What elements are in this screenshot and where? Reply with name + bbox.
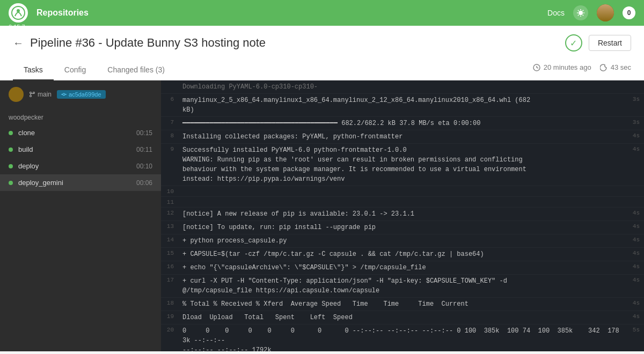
- sidebar-item-deploy-gemini[interactable]: deploy_gemini 00:06: [0, 174, 161, 191]
- app-logo[interactable]: [9, 3, 28, 23]
- log-line: 14 + python process_capsule.py 4s: [161, 234, 644, 248]
- title-row: ← Pipeline #36 - Update Bunny S3 hosting…: [13, 34, 631, 51]
- svg-point-16: [30, 95, 32, 97]
- sidebar-user-avatar: [9, 87, 24, 102]
- sidebar-item-clone[interactable]: clone 00:15: [0, 124, 161, 141]
- sun-icon: [576, 9, 585, 17]
- log-line: 18 % Total % Received % Xferd Average Sp…: [161, 298, 644, 311]
- docs-link[interactable]: Docs: [547, 9, 565, 17]
- log-line: 8 Installing collected packages: PyYAML,…: [161, 130, 644, 144]
- status-dot-build: [9, 148, 13, 152]
- brand-label: Repositories: [36, 8, 89, 18]
- commit-icon: [61, 92, 67, 97]
- notification-badge[interactable]: 0: [623, 6, 635, 19]
- log-line: 19 Dload Upload Total Spent Left Speed 4…: [161, 311, 644, 324]
- log-line: 13 [notice] To update, run: pip install …: [161, 221, 644, 234]
- tab-bar: Tasks Config Changed files (3) 20 minute…: [13, 60, 631, 80]
- log-line: 6 manylinux_2_5_x86_64.manylinux1_x86_64…: [161, 94, 644, 117]
- sidebar: main ac5da699de woodpecker clone 00:15 b…: [0, 80, 161, 351]
- branch-badge: main: [29, 91, 52, 98]
- tab-changed-files[interactable]: Changed files (3): [97, 60, 175, 80]
- sidebar-section-label: woodpecker: [0, 108, 161, 124]
- page-header: ← Pipeline #36 - Update Bunny S3 hosting…: [0, 26, 644, 80]
- svg-point-17: [63, 93, 65, 95]
- log-line: 12 [notice] A new release of pip is avai…: [161, 208, 644, 221]
- tab-meta: 20 minutes ago 43 sec: [533, 63, 631, 77]
- sidebar-item-clone-name: clone: [18, 129, 136, 137]
- logo-wrap: 0.15.7: [9, 3, 28, 23]
- log-line: 10: [161, 186, 644, 197]
- branch-name: main: [38, 91, 52, 98]
- log-line: 16 + echo "{\"capsuleArchive\": \"$CAPSU…: [161, 261, 644, 275]
- sidebar-item-build-time: 00:11: [136, 146, 152, 153]
- commit-badge: ac5da699de: [57, 90, 106, 99]
- svg-line-10: [578, 15, 579, 16]
- log-line: 9 Successfully installed PyYAML-6.0 pyth…: [161, 144, 644, 186]
- theme-toggle[interactable]: [573, 5, 588, 20]
- avatar-face: [597, 4, 614, 21]
- commit-hash: ac5da699de: [69, 91, 101, 98]
- duration-item: 43 sec: [600, 63, 631, 71]
- status-dot-deploy-gemini: [9, 181, 13, 185]
- page-title: Pipeline #36 - Update Bunny S3 hosting n…: [30, 36, 266, 50]
- sidebar-item-deploy[interactable]: deploy 00:10: [0, 158, 161, 174]
- success-icon: ✓: [565, 34, 582, 51]
- time-ago-label: 20 minutes ago: [544, 63, 591, 71]
- log-line: 15 + CAPSULE=$(tar -czf /tmp/c.tar.gz -C…: [161, 248, 644, 261]
- status-dot-clone: [9, 131, 13, 135]
- svg-line-13: [537, 68, 538, 68]
- log-panel[interactable]: Downloading PyYAML-6.0-cp310-cp310- 6 ma…: [161, 80, 644, 351]
- sidebar-item-clone-time: 00:15: [136, 129, 152, 137]
- logo-icon: [11, 5, 26, 20]
- sidebar-user-row: main ac5da699de: [0, 80, 161, 108]
- sidebar-item-deploy-gemini-name: deploy_gemini: [18, 179, 136, 187]
- main-content: main ac5da699de woodpecker clone 00:15 b…: [0, 80, 644, 351]
- moon-icon: [600, 64, 608, 71]
- sidebar-item-deploy-gemini-time: 00:06: [136, 179, 152, 187]
- svg-point-1: [17, 9, 20, 12]
- sidebar-item-build-name: build: [18, 145, 136, 153]
- sidebar-item-build[interactable]: build 00:11: [0, 141, 161, 158]
- clock-icon: [533, 64, 540, 71]
- version-text: 0.15.7: [9, 24, 34, 30]
- status-dot-deploy: [9, 164, 13, 168]
- tab-config[interactable]: Config: [54, 60, 97, 80]
- log-line: 7 ━━━━━━━━━━━━━━━━━━━━━━━━━━━━━━━━━━━━━━…: [161, 117, 644, 130]
- log-line: 17 + curl -X PUT -H "Content-Type: appli…: [161, 275, 644, 298]
- navbar: 0.15.7 Repositories Docs 0: [0, 0, 644, 26]
- svg-line-8: [583, 15, 583, 16]
- branch-icon: [29, 91, 35, 98]
- sidebar-item-deploy-name: deploy: [18, 162, 136, 170]
- time-ago-item: 20 minutes ago: [533, 63, 591, 71]
- sidebar-item-deploy-time: 00:10: [136, 163, 152, 170]
- log-line: 11: [161, 197, 644, 208]
- back-button[interactable]: ←: [13, 37, 24, 49]
- duration-label: 43 sec: [611, 63, 631, 71]
- log-line: Downloading PyYAML-6.0-cp310-cp310-: [161, 80, 644, 94]
- svg-line-7: [578, 10, 579, 11]
- user-avatar[interactable]: [597, 4, 614, 21]
- svg-line-9: [583, 10, 583, 11]
- svg-point-2: [579, 11, 583, 15]
- tab-tasks[interactable]: Tasks: [13, 60, 54, 80]
- log-line: 20 0 0 0 0 0 0 0 0 --:--:-- --:--:-- --:…: [161, 324, 644, 351]
- restart-button[interactable]: Restart: [589, 35, 631, 51]
